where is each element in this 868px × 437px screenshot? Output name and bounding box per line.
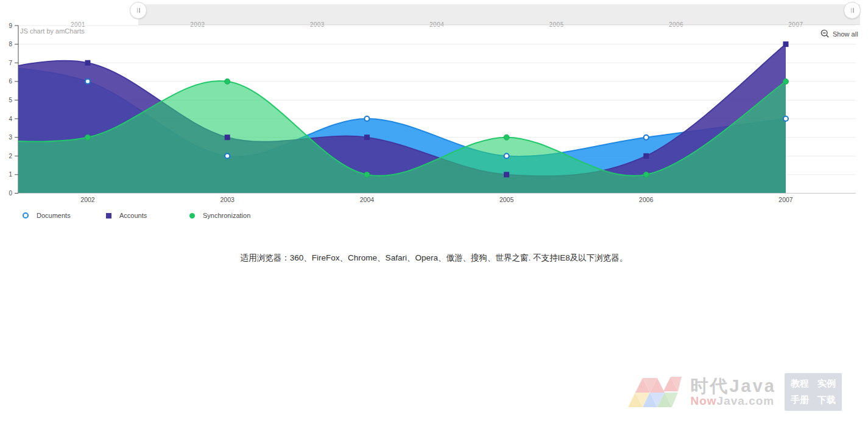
x-axis-label: 2002 — [80, 196, 95, 203]
y-axis-label: 3 — [9, 134, 12, 141]
data-point — [364, 116, 369, 121]
y-axis-label: 6 — [9, 78, 12, 85]
data-point — [504, 153, 509, 158]
x-axis-label: 2006 — [639, 196, 654, 203]
browser-support-note: 适用浏览器：360、FireFox、Chrome、Safari、Opera、傲游… — [0, 253, 868, 264]
data-point — [225, 153, 230, 158]
data-point — [643, 172, 649, 177]
watermark-links-box: 教程 实例 手册 下载 — [785, 373, 842, 411]
data-point — [504, 135, 509, 140]
x-axis-label: 2003 — [221, 196, 235, 203]
legend-label: Synchronization — [203, 212, 250, 219]
watermark-site-prefix: Now — [690, 394, 716, 407]
x-axis-label: 2007 — [778, 196, 793, 203]
y-axis-label: 0 — [9, 190, 12, 197]
legend-item-documents[interactable]: Documents — [23, 212, 106, 219]
chart-legend: Documents Accounts Synchronization — [23, 212, 273, 219]
accounts-marker-icon — [106, 213, 111, 218]
synchronization-marker-icon — [189, 213, 195, 218]
watermark-site-suffix: Java.com — [717, 394, 775, 407]
legend-item-accounts[interactable]: Accounts — [106, 212, 189, 219]
data-point — [364, 172, 370, 177]
legend-label: Accounts — [119, 212, 147, 219]
data-point — [85, 135, 91, 140]
x-axis-label: 2004 — [360, 196, 375, 203]
legend-item-synchronization[interactable]: Synchronization — [189, 212, 273, 219]
nowjava-watermark: 时代Java NowJava.com 教程 实例 手册 下载 — [628, 373, 842, 411]
x-axis-labels: 200220032004200520062007 — [80, 196, 793, 203]
data-point — [85, 60, 91, 66]
data-point — [504, 172, 509, 177]
page: 2001200220032004200520062007 JS chart by… — [0, 0, 868, 437]
legend-label: Documents — [37, 212, 71, 219]
data-point — [783, 116, 788, 121]
watermark-link: 实例 — [817, 378, 836, 390]
y-axis-label: 7 — [9, 60, 12, 66]
documents-marker-icon — [23, 212, 29, 218]
y-axis-label: 4 — [9, 116, 12, 122]
data-point — [644, 135, 649, 140]
watermark-link: 教程 — [791, 378, 809, 390]
data-point — [783, 79, 789, 84]
data-point — [783, 41, 789, 47]
data-point — [225, 135, 230, 140]
chart-plot-area[interactable]: 0123456789200220032004200520062007 — [0, 0, 868, 208]
data-point — [85, 79, 90, 84]
y-axis-label: 9 — [9, 23, 12, 29]
y-axis-label: 8 — [9, 41, 12, 47]
data-point — [643, 153, 649, 159]
nowjava-logo-icon — [628, 376, 682, 408]
y-axis-label: 2 — [9, 153, 12, 159]
watermark-title: 时代Java — [690, 377, 776, 395]
y-axis-label: 5 — [9, 97, 12, 103]
y-axis-label: 1 — [9, 171, 12, 178]
watermark-link: 手册 — [791, 394, 809, 406]
x-axis-label: 2005 — [499, 196, 514, 203]
data-point — [225, 79, 230, 84]
watermark-site: NowJava.com — [690, 395, 776, 407]
watermark-link: 下载 — [817, 394, 836, 406]
data-point — [364, 135, 370, 140]
